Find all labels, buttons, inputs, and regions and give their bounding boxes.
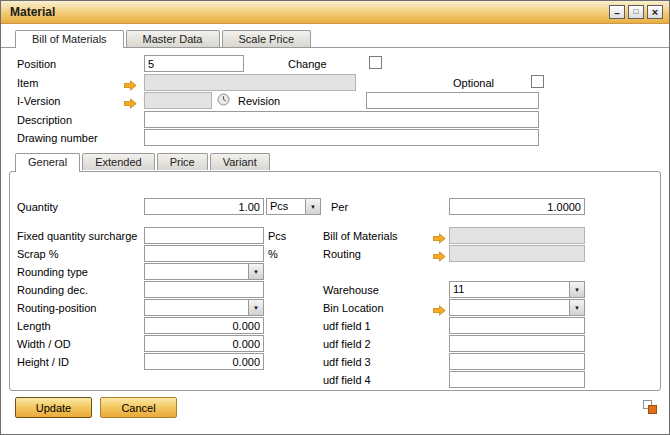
- description-label: Description: [17, 114, 72, 126]
- drawing-number-input[interactable]: [144, 129, 539, 146]
- item-label: Item: [17, 77, 38, 89]
- maximize-button[interactable]: □: [628, 5, 644, 19]
- inner-tabstrip: General Extended Price Variant: [15, 153, 270, 172]
- routing-link-arrow-icon[interactable]: [433, 248, 446, 259]
- minimize-icon: –: [614, 9, 620, 19]
- height-id-label: Height / ID: [17, 356, 69, 368]
- material-dialog: Material – □ × Bill of Materials Master …: [0, 0, 670, 435]
- routing-position-label: Routing-position: [17, 302, 97, 314]
- quantity-uom-dropdown[interactable]: Pcs ▼: [266, 198, 321, 215]
- quantity-label: Quantity: [17, 201, 58, 213]
- rounding-dec-input[interactable]: [144, 281, 264, 298]
- warehouse-label: Warehouse: [323, 284, 379, 296]
- length-label: Length: [17, 320, 51, 332]
- udf3-label: udf field 3: [323, 356, 371, 368]
- version-history-icon[interactable]: [217, 92, 230, 105]
- tab-price[interactable]: Price: [157, 153, 208, 170]
- height-id-input[interactable]: [144, 353, 264, 370]
- bom-label: Bill of Materials: [323, 230, 398, 242]
- scrap-input[interactable]: [144, 245, 264, 262]
- iversion-input: [144, 92, 212, 109]
- rounding-type-value: [145, 264, 248, 279]
- scrap-unit-label: %: [268, 248, 278, 260]
- tab-variant[interactable]: Variant: [210, 153, 270, 170]
- bin-location-link-arrow-icon[interactable]: [433, 302, 446, 313]
- dropdown-arrow-icon: ▼: [574, 287, 580, 293]
- dropdown-arrow-icon: ▼: [310, 204, 316, 210]
- change-checkbox[interactable]: [369, 56, 382, 69]
- routing-input: [449, 245, 585, 262]
- rounding-dec-label: Rounding dec.: [17, 284, 88, 296]
- udf2-label: udf field 2: [323, 338, 371, 350]
- bin-location-dropdown[interactable]: ▼: [449, 299, 585, 316]
- rounding-type-dropdown[interactable]: ▼: [144, 263, 264, 280]
- per-label: Per: [331, 201, 348, 213]
- description-input[interactable]: [144, 111, 539, 128]
- revision-label: Revision: [238, 95, 280, 107]
- warehouse-dropdown-button[interactable]: ▼: [569, 282, 584, 297]
- udf1-label: udf field 1: [323, 320, 371, 332]
- bom-link-arrow-icon[interactable]: [433, 230, 446, 241]
- dropdown-arrow-icon: ▼: [253, 269, 259, 275]
- minimize-button[interactable]: –: [609, 5, 625, 19]
- bin-location-dropdown-button[interactable]: ▼: [569, 300, 584, 315]
- window-controls: – □ ×: [609, 5, 663, 19]
- fixed-surcharge-unit-label: Pcs: [268, 230, 286, 242]
- routing-position-dropdown-button[interactable]: ▼: [248, 300, 263, 315]
- drawing-number-label: Drawing number: [17, 132, 98, 144]
- tab-general[interactable]: General: [15, 153, 80, 172]
- routing-position-value: [145, 300, 248, 315]
- length-input[interactable]: [144, 317, 264, 334]
- update-button[interactable]: Update: [15, 397, 92, 418]
- tab-scale-price[interactable]: Scale Price: [222, 30, 312, 47]
- quantity-uom-dropdown-button[interactable]: ▼: [305, 199, 320, 214]
- item-input: [144, 74, 356, 91]
- quantity-uom-value: Pcs: [267, 199, 305, 214]
- dropdown-arrow-icon: ▼: [253, 305, 259, 311]
- udf2-input[interactable]: [449, 335, 585, 352]
- close-icon: ×: [652, 7, 658, 18]
- tab-master-data[interactable]: Master Data: [126, 30, 220, 47]
- udf4-label: udf field 4: [323, 374, 371, 386]
- position-input[interactable]: [144, 55, 244, 72]
- fixed-surcharge-label: Fixed quantity surcharge: [17, 230, 137, 242]
- expand-form-icon[interactable]: [643, 400, 657, 418]
- tab-extended[interactable]: Extended: [82, 153, 154, 170]
- iversion-label: I-Version: [17, 95, 60, 107]
- change-label: Change: [288, 58, 327, 70]
- position-label: Position: [17, 58, 56, 70]
- iversion-link-arrow-icon[interactable]: [124, 95, 137, 106]
- rounding-type-label: Rounding type: [17, 266, 88, 278]
- close-button[interactable]: ×: [647, 5, 663, 19]
- titlebar[interactable]: Material – □ ×: [1, 1, 669, 24]
- warehouse-dropdown[interactable]: 11 ▼: [449, 281, 585, 298]
- width-od-input[interactable]: [144, 335, 264, 352]
- revision-input[interactable]: [366, 92, 539, 109]
- optional-label: Optional: [453, 77, 494, 89]
- item-link-arrow-icon[interactable]: [124, 77, 137, 88]
- bom-input: [449, 227, 585, 244]
- quantity-input[interactable]: [144, 198, 264, 215]
- rounding-type-dropdown-button[interactable]: ▼: [248, 264, 263, 279]
- bin-location-value: [450, 300, 569, 315]
- optional-checkbox[interactable]: [531, 75, 544, 88]
- udf3-input[interactable]: [449, 353, 585, 370]
- warehouse-value: 11: [450, 282, 569, 297]
- routing-position-dropdown[interactable]: ▼: [144, 299, 264, 316]
- maximize-icon: □: [634, 8, 639, 16]
- udf4-input[interactable]: [449, 371, 585, 388]
- top-tabstrip: Bill of Materials Master Data Scale Pric…: [15, 30, 311, 48]
- fixed-surcharge-input[interactable]: [144, 227, 264, 244]
- routing-label: Routing: [323, 248, 361, 260]
- per-input[interactable]: [449, 198, 585, 215]
- window-title: Material: [10, 5, 55, 19]
- width-od-label: Width / OD: [17, 338, 71, 350]
- dropdown-arrow-icon: ▼: [574, 305, 580, 311]
- bin-location-label: Bin Location: [323, 302, 384, 314]
- scrap-label: Scrap %: [17, 248, 59, 260]
- tab-bill-of-materials[interactable]: Bill of Materials: [15, 30, 124, 48]
- udf1-input[interactable]: [449, 317, 585, 334]
- cancel-button[interactable]: Cancel: [100, 397, 177, 418]
